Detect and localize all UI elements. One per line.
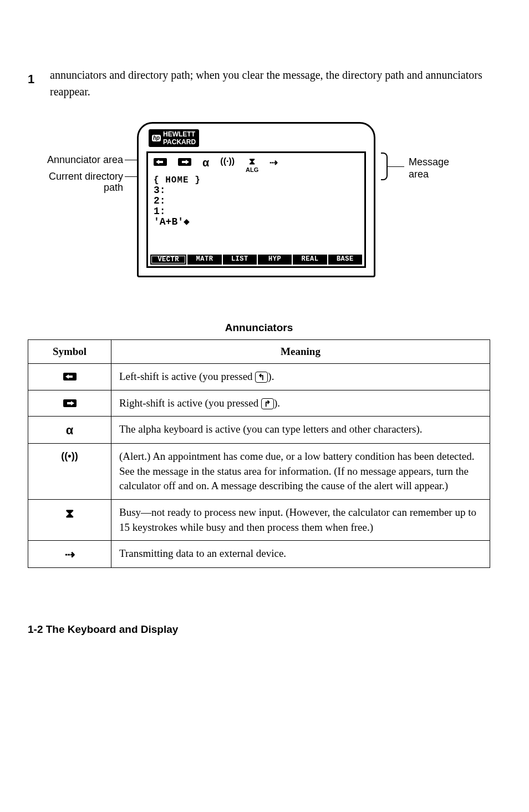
stack-area: 3: 2: 1: 'A+B'◆ [148, 185, 364, 255]
callout-msg-1: Message [409, 156, 449, 169]
left-shift-icon [154, 156, 167, 166]
right-shift-key-icon: ↱ [261, 398, 274, 409]
meaning-text: The alpha keyboard is active (you can ty… [111, 417, 490, 444]
alpha-icon: α [28, 417, 111, 444]
table-row: Right-shift is active (you pressed ↱). [28, 390, 490, 417]
callout-annunciator: Annunciator area [32, 154, 123, 166]
calculator-device: hp HEWLETT PACKARD α ((·)) ⧗ ALG [137, 122, 375, 277]
menu-button[interactable]: HYP [258, 255, 292, 265]
hp-logo-icon: hp [152, 135, 161, 141]
callout-msg-2: area [409, 169, 429, 181]
menu-button[interactable]: REAL [293, 255, 327, 265]
left-shift-icon [63, 373, 77, 380]
meaning-text: Left-shift is active (you pressed [119, 371, 255, 382]
stack-line: 3: [154, 185, 359, 196]
left-shift-key-icon: ↰ [255, 372, 268, 383]
menu-button[interactable]: BASE [328, 255, 362, 265]
meaning-text: (Alert.) An appointment has come due, or… [111, 444, 490, 500]
meaning-text: Right-shift is active (you pressed [119, 397, 261, 409]
table-row: Left-shift is active (you pressed ↰). [28, 364, 490, 390]
directory-path: { HOME } [148, 175, 364, 185]
meaning-text: ). [268, 371, 274, 382]
col-meaning: Meaning [111, 340, 490, 364]
col-symbol: Symbol [28, 340, 111, 364]
meaning-text: Transmitting data to an external device. [111, 541, 490, 568]
annunciator-row: α ((·)) ⧗ ALG ⇢ [148, 153, 364, 175]
page-number: 1 [28, 72, 34, 87]
meaning-text: Busy—not ready to process new input. (Ho… [111, 499, 490, 540]
table-row: ⇢ Transmitting data to an external devic… [28, 541, 490, 568]
table-row: ((•)) (Alert.) An appointment has come d… [28, 444, 490, 500]
callout-line-icon [388, 166, 404, 167]
right-shift-icon [63, 399, 77, 407]
meaning-text: ). [274, 397, 280, 409]
brand-text-2: PACKARD [163, 138, 196, 146]
stack-line: 2: [154, 196, 359, 206]
table-row: ⧗ Busy—not ready to process new input. (… [28, 499, 490, 540]
softkey-menu: VECTR MATR LIST HYP REAL BASE [148, 255, 364, 266]
intro-paragraph: annunciators and directory path; when yo… [50, 67, 490, 100]
alpha-icon: α [202, 156, 209, 169]
busy-alg-icon: ⧗ ALG [246, 156, 258, 173]
lcd-screen: α ((·)) ⧗ ALG ⇢ { HOME } 3: 2: 1: 'A+B'◆ [146, 151, 366, 268]
annunciators-table: Symbol Meaning Left-shift is active (you… [28, 339, 490, 568]
right-shift-icon [178, 156, 191, 166]
alert-icon: ((·)) [220, 156, 235, 166]
table-title: Annunciators [28, 322, 490, 334]
callout-dir-1: Current directory [32, 171, 123, 183]
menu-button[interactable]: MATR [187, 255, 221, 265]
display-diagram: Annunciator area Current directory path … [32, 122, 486, 288]
transmit-icon: ⇢ [269, 156, 278, 169]
table-row: α The alpha keyboard is active (you can … [28, 417, 490, 444]
busy-icon: ⧗ [28, 499, 111, 540]
stack-line: 'A+B'◆ [154, 217, 359, 227]
hp-brand-badge: hp HEWLETT PACKARD [149, 129, 199, 147]
brand-text-1: HEWLETT [163, 130, 195, 138]
callout-dir-2: path [32, 182, 123, 194]
menu-button[interactable]: LIST [223, 255, 257, 265]
menu-button[interactable]: VECTR [150, 255, 186, 265]
stack-line: 1: [154, 206, 359, 217]
brace-icon [381, 153, 388, 180]
alert-icon: ((•)) [28, 444, 111, 500]
transmit-icon: ⇢ [28, 541, 111, 568]
page-footer: 1-2 The Keyboard and Display [28, 623, 490, 636]
